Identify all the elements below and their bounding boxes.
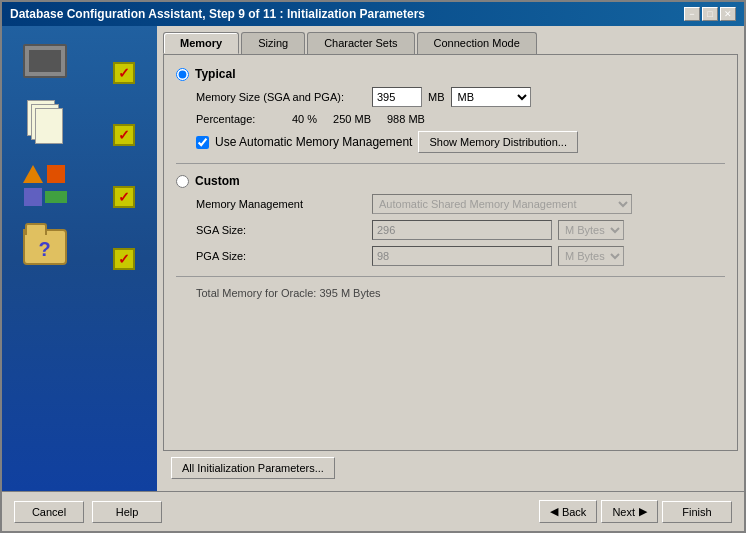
max-value: 988 MB [387, 113, 425, 125]
tab-sizing[interactable]: Sizing [241, 32, 305, 54]
footer-right: ◀ Back Next ▶ Finish [539, 500, 732, 523]
right-panel: Memory Sizing Character Sets Connection … [157, 26, 744, 491]
footer-left: Cancel Help [14, 501, 162, 523]
title-bar: Database Configuration Assistant, Step 9… [2, 2, 744, 26]
pga-unit-select: M Bytes [558, 246, 624, 266]
typical-label: Typical [195, 67, 235, 81]
tab-character-sets[interactable]: Character Sets [307, 32, 414, 54]
custom-label: Custom [195, 174, 240, 188]
custom-radio[interactable] [176, 175, 189, 188]
memory-size-input[interactable] [372, 87, 422, 107]
cancel-button[interactable]: Cancel [14, 501, 84, 523]
help-button[interactable]: Help [92, 501, 162, 523]
step-icon-1: ✓ [20, 36, 140, 86]
typical-radio-row: Typical [176, 67, 725, 81]
percentage-value: 40 % [292, 113, 317, 125]
check-badge-3: ✓ [113, 186, 135, 208]
amm-label: Use Automatic Memory Management [215, 135, 412, 149]
divider-1 [176, 163, 725, 164]
amm-checkbox-row: Use Automatic Memory Management Show Mem… [196, 131, 725, 153]
pga-size-input [372, 246, 552, 266]
memory-management-select[interactable]: Automatic Shared Memory Management [372, 194, 632, 214]
bottom-bar: All Initialization Parameters... [163, 451, 738, 485]
step-icon-4: ? ✓ [20, 222, 140, 272]
next-arrow-icon: ▶ [639, 505, 647, 518]
finish-button[interactable]: Finish [662, 501, 732, 523]
show-distribution-button[interactable]: Show Memory Distribution... [418, 131, 578, 153]
next-label: Next [612, 506, 635, 518]
back-button[interactable]: ◀ Back [539, 500, 597, 523]
step-icon-2: ✓ [20, 98, 140, 148]
check-badge-2: ✓ [113, 124, 135, 146]
footer: Cancel Help ◀ Back Next ▶ Finish [2, 491, 744, 531]
divider-2 [176, 276, 725, 277]
back-arrow-icon: ◀ [550, 505, 558, 518]
tab-content-memory: Typical Memory Size (SGA and PGA): MB MB… [163, 54, 738, 451]
sga-size-row: SGA Size: M Bytes [196, 220, 725, 240]
minimize-button[interactable]: − [684, 7, 700, 21]
window-body: ✓ ✓ [2, 26, 744, 491]
typical-radio[interactable] [176, 68, 189, 81]
memory-size-label: Memory Size (SGA and PGA): [196, 91, 366, 103]
sga-size-input [372, 220, 552, 240]
chip-icon [20, 36, 70, 86]
pga-size-label: PGA Size: [196, 250, 366, 262]
check-badge-4: ✓ [113, 248, 135, 270]
window-controls: − □ ✕ [684, 7, 736, 21]
spacer [176, 305, 725, 438]
percentage-row: Percentage: 40 % 250 MB 988 MB [196, 113, 725, 125]
all-init-params-button[interactable]: All Initialization Parameters... [171, 457, 335, 479]
pga-size-row: PGA Size: M Bytes [196, 246, 725, 266]
tab-bar: Memory Sizing Character Sets Connection … [163, 32, 738, 54]
tab-connection-mode[interactable]: Connection Mode [417, 32, 537, 54]
total-memory-label: Total Memory for Oracle: 395 M Bytes [196, 287, 725, 299]
window-title: Database Configuration Assistant, Step 9… [10, 7, 425, 21]
custom-radio-row: Custom [176, 174, 725, 188]
left-panel: ✓ ✓ [2, 26, 157, 491]
amm-checkbox[interactable] [196, 136, 209, 149]
memory-management-row: Memory Management Automatic Shared Memor… [196, 194, 725, 214]
tab-memory[interactable]: Memory [163, 32, 239, 54]
close-button[interactable]: ✕ [720, 7, 736, 21]
main-window: Database Configuration Assistant, Step 9… [0, 0, 746, 533]
step-icon-3: ✓ [20, 160, 140, 210]
memory-size-select[interactable]: MB [451, 87, 531, 107]
memory-size-unit: MB [428, 91, 445, 103]
sga-size-label: SGA Size: [196, 224, 366, 236]
shapes-icon [20, 160, 70, 210]
sga-unit-select: M Bytes [558, 220, 624, 240]
percentage-label: Percentage: [196, 113, 276, 125]
docs-icon [20, 98, 70, 148]
memory-management-label: Memory Management [196, 198, 366, 210]
back-label: Back [562, 506, 586, 518]
folder-icon: ? [20, 222, 70, 272]
min-value: 250 MB [333, 113, 371, 125]
next-button[interactable]: Next ▶ [601, 500, 658, 523]
memory-size-row: Memory Size (SGA and PGA): MB MB [196, 87, 725, 107]
check-badge-1: ✓ [113, 62, 135, 84]
maximize-button[interactable]: □ [702, 7, 718, 21]
